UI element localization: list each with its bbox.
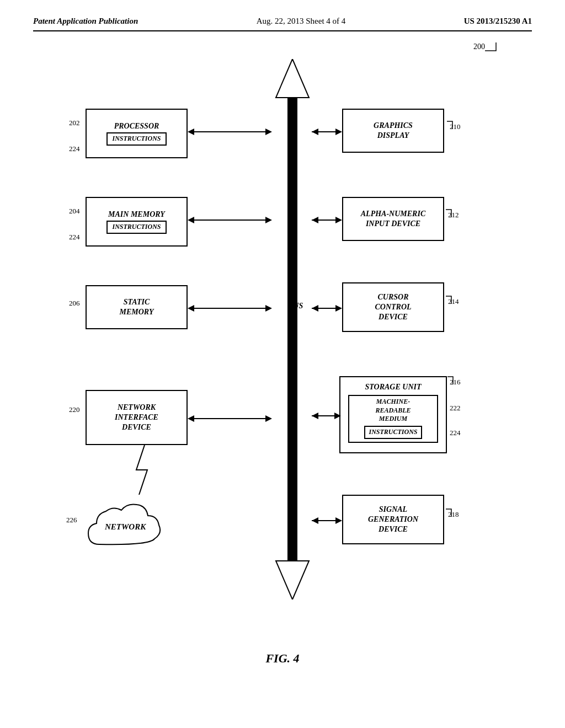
network-interface-label3: DEVICE [122, 422, 151, 432]
processor-label: PROCESSOR [114, 121, 159, 131]
page: Patent Application Publication Aug. 22, … [0, 0, 565, 728]
main-memory-label: MAIN MEMORY [108, 210, 165, 220]
alpha-numeric-box: ALPHA-NUMERIC INPUT DEVICE [342, 197, 444, 241]
graphics-display-box: GRAPHICS DISPLAY [342, 109, 444, 153]
header-date-sheet: Aug. 22, 2013 Sheet 4 of 4 [257, 17, 346, 26]
ref-216-bracket [445, 375, 456, 386]
storage-bus-arrow [312, 410, 342, 421]
bus-label: BUS [288, 302, 303, 311]
svg-marker-17 [335, 129, 342, 135]
svg-marker-28 [312, 517, 318, 524]
static-memory-box: STATIC MEMORY [86, 285, 188, 329]
header-publication-label: Patent Application Publication [33, 17, 138, 26]
alpha-numeric-label1: ALPHA-NUMERIC [361, 209, 425, 219]
ref-222: 222 [450, 404, 461, 413]
svg-marker-29 [335, 517, 342, 524]
cursor-control-label3: DEVICE [379, 312, 408, 322]
svg-marker-26 [334, 413, 341, 419]
alpha-numeric-bus-arrow [312, 215, 345, 226]
machine-readable-label4: MEDIUM [379, 415, 407, 422]
svg-marker-13 [188, 415, 194, 422]
network-cloud-label: NETWORK [105, 522, 146, 532]
svg-marker-10 [188, 305, 194, 312]
ref-202: 202 [69, 119, 80, 127]
svg-marker-1 [276, 59, 309, 98]
ref-214-bracket [443, 295, 454, 306]
main-memory-box: MAIN MEMORY INSTRUCTIONS [86, 197, 188, 247]
network-interface-label1: NETWORK [118, 403, 156, 413]
diagram-area: 200 BUS PROCESSOR INSTRUCTIONS 202 224 [33, 37, 532, 671]
alpha-numeric-label2: INPUT DEVICE [366, 219, 420, 229]
bus-arrow [270, 59, 315, 599]
ref-200-bracket [482, 40, 499, 53]
network-interface-bus-arrow [188, 413, 273, 424]
svg-marker-16 [312, 129, 318, 135]
svg-marker-2 [276, 561, 309, 599]
signal-gen-box: SIGNAL GENERATION DEVICE [342, 495, 444, 544]
static-memory-label2: MEMORY [120, 307, 154, 317]
network-lightning [131, 445, 158, 495]
svg-marker-22 [312, 305, 318, 312]
signal-gen-label1: SIGNAL [379, 505, 407, 515]
svg-marker-7 [188, 217, 194, 223]
machine-readable-label2: MACHINE- [376, 398, 410, 405]
storage-instructions-label: INSTRUCTIONS [369, 428, 417, 436]
ref-210-bracket [444, 120, 455, 131]
storage-unit-box: STORAGE UNIT MACHINE- READABLE MEDIUM IN… [339, 376, 447, 453]
svg-marker-11 [265, 305, 272, 312]
processor-bus-arrow [188, 126, 273, 137]
ref-206: 206 [69, 299, 80, 308]
ref-224a: 224 [69, 144, 80, 153]
header-patent-number: US 2013/215230 A1 [464, 17, 532, 26]
ref-226: 226 [66, 516, 77, 524]
ref-220: 220 [69, 405, 80, 414]
ref-204: 204 [69, 207, 80, 216]
machine-readable-label3: READABLE [375, 406, 411, 414]
storage-unit-label: STORAGE UNIT [365, 382, 421, 392]
network-interface-label2: INTERFACE [115, 413, 158, 422]
svg-marker-20 [335, 217, 342, 223]
svg-marker-14 [265, 415, 272, 422]
svg-marker-23 [335, 305, 342, 312]
static-memory-bus-arrow [188, 303, 273, 314]
processor-box: PROCESSOR INSTRUCTIONS [86, 109, 188, 158]
graphics-bus-arrow [312, 126, 345, 137]
svg-marker-5 [265, 129, 272, 135]
cursor-control-label2: CONTROL [375, 302, 411, 312]
cursor-control-label1: CURSOR [377, 292, 408, 302]
signal-gen-label2: GENERATION [368, 515, 418, 524]
storage-instructions-box: INSTRUCTIONS [364, 426, 422, 439]
svg-marker-25 [312, 413, 318, 419]
fig-caption: FIG. 4 [33, 651, 532, 666]
svg-marker-19 [312, 217, 318, 223]
cursor-control-box: CURSOR CONTROL DEVICE [342, 282, 444, 332]
processor-instructions-label: INSTRUCTIONS [112, 135, 161, 142]
processor-instructions-box: INSTRUCTIONS [106, 132, 166, 146]
main-memory-instructions-box: INSTRUCTIONS [106, 221, 166, 234]
network-interface-box: NETWORK INTERFACE DEVICE [86, 390, 188, 445]
graphics-display-label2: DISPLAY [377, 131, 409, 141]
svg-marker-4 [188, 129, 194, 135]
cursor-bus-arrow [312, 303, 345, 314]
ref-218-bracket [443, 507, 454, 518]
page-header: Patent Application Publication Aug. 22, … [33, 17, 532, 31]
ref-224b: 224 [69, 233, 80, 242]
ref-212-bracket [443, 208, 454, 219]
machine-readable-box: MACHINE- READABLE MEDIUM INSTRUCTIONS [348, 395, 438, 442]
main-memory-instructions-label: INSTRUCTIONS [112, 223, 161, 231]
graphics-display-label1: GRAPHICS [374, 121, 413, 131]
static-memory-label1: STATIC [124, 297, 150, 307]
ref-224c: 224 [450, 429, 461, 437]
main-memory-bus-arrow [188, 215, 273, 226]
signal-gen-bus-arrow [312, 515, 345, 526]
svg-marker-8 [265, 217, 272, 223]
signal-gen-label3: DEVICE [379, 524, 408, 534]
